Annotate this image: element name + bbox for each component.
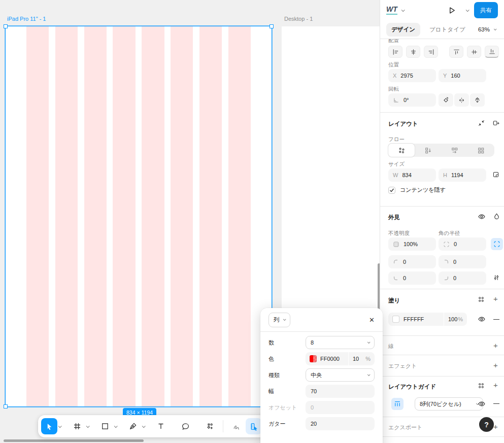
align-right-button[interactable] [424,46,438,58]
radius-tr-input[interactable]: 0 [439,255,486,268]
flow-grid-option[interactable] [468,144,494,157]
count-select[interactable]: 8 [306,336,375,349]
frame-ipad[interactable] [6,26,272,406]
selection-handle-bl[interactable] [4,404,8,408]
offset-input[interactable]: 0 [306,401,375,414]
pen-tool[interactable] [125,418,141,434]
collapse-icon[interactable] [478,119,485,127]
move-tool-chevron-icon[interactable] [58,424,62,428]
fill-swatch[interactable] [392,316,399,323]
measure-tool[interactable] [246,418,262,434]
effects-section-title: エフェクト [388,362,417,370]
clip-content-checkbox[interactable] [388,187,395,194]
width-field[interactable]: W 834 [388,168,436,182]
comment-tool[interactable] [177,418,193,434]
align-top-button[interactable] [449,46,463,58]
independent-corners-icon [493,241,500,248]
shape-tool[interactable] [97,418,113,434]
blend-droplet-icon[interactable] [493,213,500,220]
fill-visibility-eye-icon[interactable] [478,315,486,323]
add-stroke-icon[interactable]: + [493,342,498,349]
actions-tool[interactable] [201,418,218,434]
fill-color-field[interactable]: FFFFFF 100 % [388,313,467,326]
frame-tool-chevron-icon[interactable] [86,424,90,428]
draw-tool[interactable] [228,418,245,434]
frame-label-desktop[interactable]: Desktop - 1 [284,16,313,22]
share-button[interactable]: 共有 [474,2,498,18]
sliders-icon[interactable] [493,274,500,281]
add-layout-guide-icon[interactable]: + [493,381,498,389]
independent-corners-toggle[interactable] [491,238,503,250]
radius-tl-input[interactable]: 0 [388,255,436,268]
opacity-input[interactable]: 100% [388,237,436,251]
zoom-control[interactable]: 63% [478,26,498,32]
align-bottom-button[interactable] [485,46,499,58]
tab-prototype[interactable]: プロトタイプ [424,23,471,37]
flip-vertical-button[interactable] [470,93,485,107]
frame-label-ipad[interactable]: iPad Pro 11" - 1 [7,16,46,22]
remove-fill-icon[interactable] [493,319,499,320]
present-chevron-icon[interactable] [466,8,469,12]
x-position-input[interactable]: X 2975 [388,69,436,82]
align-v-center-button[interactable] [467,46,481,58]
w-value: 834 [402,172,411,178]
add-export-icon[interactable]: + [493,423,498,430]
kind-select[interactable]: 中央 [306,368,375,382]
selection-handle-tl[interactable] [4,24,8,28]
pen-icon [129,422,137,430]
radius-bl-input[interactable]: 0 [388,271,436,285]
fill-hex-value: FFFFFF [404,316,424,322]
add-effect-icon[interactable]: + [493,361,498,369]
gutter-input[interactable]: 20 [306,417,375,430]
flow-vertical-option[interactable] [415,144,441,157]
flow-horizontal-option[interactable] [442,144,468,157]
radius-label: 角の半径 [439,230,460,237]
layout-guide-value: 8列(70ピクセル) [420,400,473,408]
add-auto-layout-icon[interactable] [492,119,500,127]
corner-radius-icon [443,241,450,248]
selection-handle-tr[interactable] [270,24,274,28]
color-hex-input[interactable]: FF0000 [306,355,348,362]
tab-design[interactable]: デザイン [386,23,420,37]
guide-type-dropdown[interactable]: 列 [268,313,290,327]
remove-guide-icon[interactable] [493,403,499,404]
present-icon[interactable] [448,6,456,15]
color-swatch[interactable] [310,355,317,362]
radius-input[interactable]: 0 [439,237,486,251]
rotate-90-button[interactable] [439,93,453,107]
align-left-button[interactable] [388,46,402,58]
text-tool[interactable] [153,418,169,434]
height-field[interactable]: H 1194 [439,168,486,182]
workspace-logo[interactable]: WT [386,6,397,15]
styles-icon[interactable] [478,382,485,389]
radius-br-input[interactable]: 0 [439,271,486,285]
color-opacity-input[interactable]: 10 % [348,352,375,365]
flow-freeform-option[interactable] [388,144,415,157]
eye-icon[interactable] [478,213,486,221]
help-button[interactable]: ? [479,417,494,432]
export-section-title: エクスポート [388,424,422,431]
rotation-input[interactable]: 0° [388,93,436,107]
close-icon[interactable]: ✕ [369,317,375,323]
columns-guide-chip[interactable] [391,398,404,410]
add-fill-icon[interactable]: + [493,295,498,302]
layout-guide-dialog: 列 ✕ 数 8 色 [260,308,383,443]
guide-visibility-eye-icon[interactable] [478,400,486,408]
frame-tool[interactable] [69,418,85,434]
shape-tool-chevron-icon[interactable] [114,424,118,428]
pen-tool-chevron-icon[interactable] [142,424,146,428]
align-h-center-button[interactable] [406,46,420,58]
percent-sign: % [365,356,371,362]
width-input[interactable]: 70 [306,385,375,398]
styles-icon[interactable] [478,296,485,303]
move-tool[interactable] [41,418,57,434]
gutter-value: 20 [311,421,317,427]
horizontal-scrollbar[interactable] [4,439,144,442]
constrain-proportions-icon[interactable] [492,171,499,178]
column-guide [199,26,222,406]
fill-opacity-input[interactable]: 100 % [444,313,467,326]
flip-horizontal-button[interactable] [454,93,469,107]
y-position-input[interactable]: Y 160 [439,69,486,82]
layout-guide-dropdown[interactable]: 8列(70ピクセル) [415,397,483,411]
workspace-chevron-icon[interactable] [401,8,405,12]
